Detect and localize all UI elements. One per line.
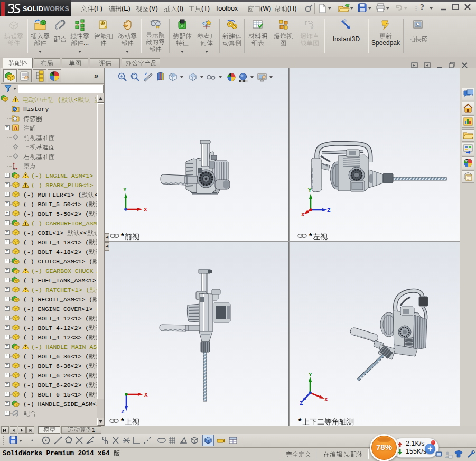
svg-text:Y: Y (123, 187, 127, 193)
svg-text:A: A (14, 125, 18, 131)
svg-text:Z: Z (300, 400, 303, 407)
svg-text:Y: Y (309, 372, 312, 378)
svg-text:X: X (301, 211, 305, 218)
svg-text:X: X (144, 392, 148, 398)
svg-text:X: X (324, 397, 328, 403)
svg-text:Z: Z (327, 207, 331, 214)
svg-text:X: X (144, 207, 147, 213)
svg-text:Y: Y (308, 187, 312, 193)
svg-text:Z: Z (121, 409, 125, 415)
